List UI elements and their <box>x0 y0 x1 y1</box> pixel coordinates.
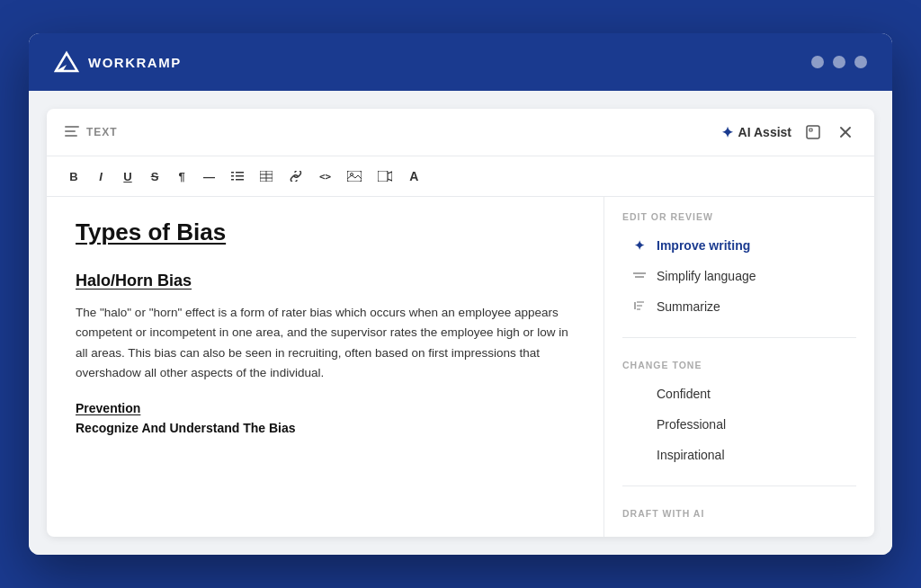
editor-header: TEXT ✦ AI Assist <box>47 109 874 156</box>
toolbar-bold[interactable]: B <box>61 164 86 189</box>
dot-3 <box>854 56 867 68</box>
draft-ai-label: DRAFT WITH AI <box>622 508 856 519</box>
svg-marker-0 <box>56 53 77 71</box>
svg-rect-5 <box>807 126 819 138</box>
svg-rect-2 <box>65 126 79 128</box>
ai-item-confident[interactable]: Confident <box>622 379 856 408</box>
logo-text: WORKRAMP <box>88 55 182 70</box>
svg-rect-4 <box>65 135 77 137</box>
svg-rect-10 <box>236 172 244 174</box>
svg-rect-11 <box>231 175 234 177</box>
editor-panel: TEXT ✦ AI Assist <box>47 109 874 537</box>
svg-rect-3 <box>65 130 76 132</box>
toolbar-table[interactable] <box>253 164 280 189</box>
svg-rect-12 <box>236 175 244 177</box>
improve-writing-label: Improve writing <box>657 238 750 253</box>
top-bar-dots <box>811 56 867 68</box>
dot-1 <box>811 56 824 68</box>
toolbar-strikethrough[interactable]: S <box>142 164 167 189</box>
confident-label: Confident <box>657 387 711 401</box>
toolbar-image[interactable] <box>340 164 369 189</box>
toolbar-code[interactable]: <> <box>312 164 338 189</box>
section-1-paragraph: The "halo" or "horn" effect is a form of… <box>76 303 575 383</box>
toolbar-paragraph[interactable]: ¶ <box>169 164 194 189</box>
subsection-heading: Prevention <box>76 401 575 415</box>
toolbar-underline[interactable]: U <box>115 164 140 189</box>
professional-label: Professional <box>657 417 726 432</box>
toolbar: B I U S ¶ — <box>47 156 874 197</box>
text-icon <box>65 125 79 139</box>
svg-rect-6 <box>809 129 812 131</box>
document-title: Types of Bias <box>76 218 575 246</box>
toolbar-list[interactable] <box>224 164 251 189</box>
summarize-icon <box>631 299 648 314</box>
content-area: Types of Bias Halo/Horn Bias The "halo" … <box>47 197 874 537</box>
toolbar-text-color[interactable]: A <box>401 164 426 189</box>
toolbar-video[interactable] <box>371 164 399 189</box>
toolbar-link[interactable] <box>282 164 310 189</box>
divider-2 <box>622 486 856 486</box>
summarize-label: Summarize <box>657 299 720 314</box>
sparkle-icon: ✦ <box>721 124 733 141</box>
toolbar-hr[interactable]: — <box>196 164 222 189</box>
ai-assist-header: ✦ AI Assist <box>721 121 856 143</box>
simplify-icon <box>631 269 648 283</box>
ai-item-professional[interactable]: Professional <box>622 410 856 439</box>
ai-section-draft: DRAFT WITH AI ✦ Write with AI... <box>604 494 874 537</box>
ai-section-change-tone: CHANGE TONE Confident Professional Inspi… <box>604 345 874 478</box>
svg-rect-14 <box>236 179 244 181</box>
svg-rect-13 <box>231 179 234 181</box>
sparkle-icon-improve: ✦ <box>631 238 648 253</box>
expand-button[interactable] <box>800 121 826 143</box>
write-ai-label: Write with AI... <box>657 535 737 537</box>
section-1-heading: Halo/Horn Bias <box>76 272 575 290</box>
main-content: TEXT ✦ AI Assist <box>29 91 892 555</box>
divider-1 <box>622 337 856 338</box>
write-sparkle-icon: ✦ <box>631 535 648 537</box>
close-button[interactable] <box>835 123 856 141</box>
ai-assist-title: ✦ AI Assist <box>721 124 791 141</box>
svg-rect-21 <box>378 171 388 182</box>
ai-item-inspirational[interactable]: Inspirational <box>622 441 856 469</box>
ai-panel: EDIT OR REVIEW ✦ Improve writing <box>604 197 874 537</box>
logo-area: WORKRAMP <box>54 49 182 75</box>
ai-assist-label: AI Assist <box>738 125 791 139</box>
editor-header-title: TEXT <box>86 126 118 138</box>
ai-item-write-with-ai[interactable]: ✦ Write with AI... <box>622 528 856 537</box>
inspirational-label: Inspirational <box>657 448 725 462</box>
dot-2 <box>833 56 845 68</box>
workramp-logo-icon <box>54 49 79 75</box>
browser-window: WORKRAMP TEXT <box>29 33 892 555</box>
ai-item-simplify-language[interactable]: Simplify language <box>622 262 856 290</box>
change-tone-label: CHANGE TONE <box>622 360 856 370</box>
svg-rect-9 <box>231 172 234 174</box>
top-bar: WORKRAMP <box>29 33 892 91</box>
ai-item-summarize[interactable]: Summarize <box>622 292 856 321</box>
ai-item-improve-writing[interactable]: ✦ Improve writing <box>622 231 856 260</box>
editor-content[interactable]: Types of Bias Halo/Horn Bias The "halo" … <box>47 197 604 537</box>
simplify-language-label: Simplify language <box>657 269 756 283</box>
editor-header-left: TEXT <box>65 125 118 139</box>
subsection-bold: Recognize And Understand The Bias <box>76 421 575 435</box>
toolbar-italic[interactable]: I <box>88 164 113 189</box>
ai-section-edit-review: EDIT OR REVIEW ✦ Improve writing <box>604 197 874 330</box>
edit-review-label: EDIT OR REVIEW <box>622 211 856 222</box>
